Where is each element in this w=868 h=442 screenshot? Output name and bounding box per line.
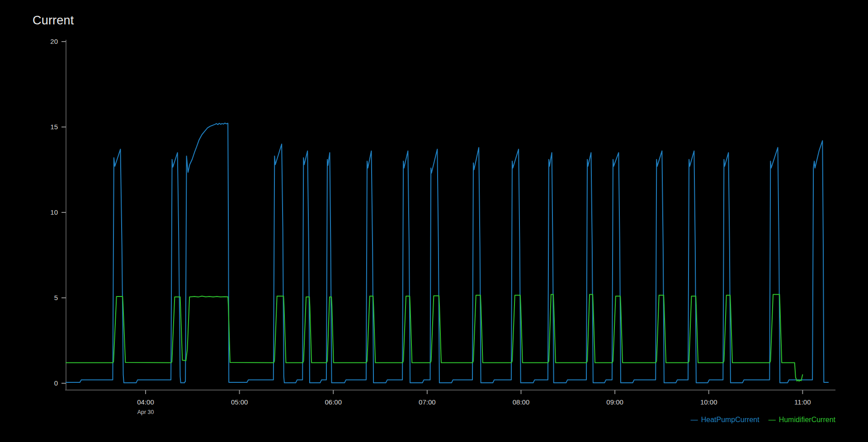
x-tick-label: 08:00 <box>513 398 530 406</box>
y-tick-label: 10 <box>50 208 58 216</box>
y-tick-label: 0 <box>54 379 58 387</box>
x-tick-label: 09:00 <box>606 398 623 406</box>
legend-label: HeatPumpCurrent <box>701 416 760 424</box>
x-tick-label: 07:00 <box>419 398 436 406</box>
x-tick-label: 04:00 <box>137 398 154 406</box>
x-tick-label: 10:00 <box>700 398 717 406</box>
x-tick-label: 05:00 <box>231 398 248 406</box>
x-axis-date-label: Apr 30 <box>137 409 154 415</box>
legend-dash-icon: — <box>691 416 698 423</box>
y-tick-label: 20 <box>50 38 58 45</box>
y-tick-label: 5 <box>54 294 58 301</box>
x-tick-label: 06:00 <box>325 398 342 406</box>
line-chart: 0510152004:00Apr 3005:0006:0007:0008:000… <box>0 0 868 442</box>
legend: —HeatPumpCurrent—HumidifierCurrent <box>691 416 835 424</box>
legend-item-heatpumpcurrent[interactable]: —HeatPumpCurrent <box>691 416 760 424</box>
legend-item-humidifiercurrent[interactable]: —HumidifierCurrent <box>769 416 835 424</box>
chart-panel: Current 0510152004:00Apr 3005:0006:0007:… <box>0 0 868 442</box>
x-tick-label: 11:00 <box>794 398 811 406</box>
legend-dash-icon: — <box>769 416 776 423</box>
y-tick-label: 15 <box>50 123 58 131</box>
legend-label: HumidifierCurrent <box>779 416 835 424</box>
